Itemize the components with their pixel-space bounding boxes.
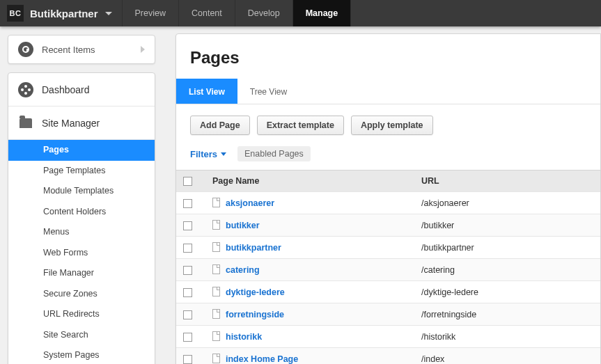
row-select-cell xyxy=(176,192,205,214)
document-icon xyxy=(212,309,220,319)
topbar: BC Butikkpartner PreviewContentDevelopMa… xyxy=(0,0,601,26)
bc-logo-icon: BC xyxy=(7,5,24,22)
row-select-cell xyxy=(176,303,205,326)
nav-site-manager-label: Site Manager xyxy=(42,118,100,129)
apply-template-button[interactable]: Apply template xyxy=(351,116,433,135)
row-url-cell: /index xyxy=(414,348,600,364)
row-checkbox[interactable] xyxy=(183,333,192,342)
page-link[interactable]: butikkpartner xyxy=(226,243,281,253)
table-row: aksjonaerer/aksjonaerer xyxy=(176,192,600,214)
row-checkbox[interactable] xyxy=(183,310,192,319)
select-all-checkbox[interactable] xyxy=(183,177,192,186)
sidebar-item-secure-zones[interactable]: Secure Zones xyxy=(8,284,155,305)
page-link[interactable]: historikk xyxy=(226,332,262,342)
row-url-cell: /butikker xyxy=(414,214,600,237)
brand-name: Butikkpartner xyxy=(30,8,98,19)
table-row: index Home Page/index xyxy=(176,348,600,364)
row-select-cell xyxy=(176,237,205,259)
table-row: historikk/historikk xyxy=(176,326,600,348)
row-select-cell xyxy=(176,348,205,364)
nav-site-manager[interactable]: Site Manager xyxy=(8,106,155,140)
row-url-cell: /forretningside xyxy=(414,303,600,326)
row-url-cell: /historikk xyxy=(414,326,600,348)
row-checkbox[interactable] xyxy=(183,266,192,275)
row-checkbox[interactable] xyxy=(183,221,192,230)
table-header-row: Page Name URL xyxy=(176,171,600,192)
nav-dashboard[interactable]: Dashboard xyxy=(8,73,155,106)
row-url-cell: /dyktige-ledere xyxy=(414,281,600,303)
row-name-cell: dyktige-ledere xyxy=(205,281,414,303)
row-checkbox[interactable] xyxy=(183,355,192,364)
tab-tree-view[interactable]: Tree View xyxy=(237,79,299,104)
chevron-right-icon xyxy=(141,46,145,53)
document-icon xyxy=(212,331,220,341)
row-select-cell xyxy=(176,214,205,237)
row-name-cell: forretningside xyxy=(205,303,414,326)
extract-template-button[interactable]: Extract template xyxy=(257,116,344,135)
page-link[interactable]: aksjonaerer xyxy=(226,198,274,208)
top-tab-develop[interactable]: Develop xyxy=(235,0,293,26)
row-select-cell xyxy=(176,281,205,303)
top-tab-content[interactable]: Content xyxy=(179,0,235,26)
row-select-cell xyxy=(176,326,205,348)
site-manager-subnav: PagesPage TemplatesModule TemplatesConte… xyxy=(8,140,155,364)
view-tabs: List View Tree View xyxy=(176,79,600,104)
row-url-cell: /butikkpartner xyxy=(414,237,600,259)
row-name-cell: historikk xyxy=(205,326,414,348)
recent-items-panel[interactable]: Recent Items xyxy=(8,35,155,64)
page-link[interactable]: butikker xyxy=(226,221,260,230)
brand-switcher[interactable]: BC Butikkpartner xyxy=(0,0,123,26)
top-tabs: PreviewContentDevelopManage xyxy=(123,0,352,26)
sidebar-item-module-templates[interactable]: Module Templates xyxy=(8,181,155,202)
col-select xyxy=(176,171,205,192)
dashboard-icon xyxy=(18,82,33,97)
col-page-name[interactable]: Page Name xyxy=(205,171,414,192)
main-card: Pages List View Tree View Add Page Extra… xyxy=(175,33,601,364)
clock-icon xyxy=(18,42,33,57)
add-page-button[interactable]: Add Page xyxy=(190,116,250,135)
page-link[interactable]: index Home Page xyxy=(226,354,298,364)
row-name-cell: butikker xyxy=(205,214,414,237)
document-icon xyxy=(212,198,220,207)
pages-table: Page Name URL aksjonaerer/aksjonaererbut… xyxy=(176,170,600,364)
table-row: dyktige-ledere/dyktige-ledere xyxy=(176,281,600,303)
document-icon xyxy=(212,354,220,363)
sidebar-item-system-pages[interactable]: System Pages xyxy=(8,345,155,364)
row-checkbox[interactable] xyxy=(183,199,192,208)
row-checkbox[interactable] xyxy=(183,288,192,297)
sidebar-item-web-forms[interactable]: Web Forms xyxy=(8,243,155,264)
top-tab-preview[interactable]: Preview xyxy=(123,0,179,26)
filters-dropdown[interactable]: Filters xyxy=(190,149,226,159)
row-url-cell: /catering xyxy=(414,259,600,281)
filter-chip[interactable]: Enabled Pages xyxy=(237,146,311,161)
row-name-cell: aksjonaerer xyxy=(205,192,414,214)
sidebar-item-pages[interactable]: Pages xyxy=(8,140,155,161)
tab-list-view[interactable]: List View xyxy=(176,79,237,104)
sidebar: Recent Items Dashboard Site Manager Page… xyxy=(0,26,163,364)
sidebar-item-menus[interactable]: Menus xyxy=(8,222,155,243)
table-row: catering/catering xyxy=(176,259,600,281)
document-icon xyxy=(212,264,220,274)
page-title: Pages xyxy=(176,34,600,79)
col-url[interactable]: URL xyxy=(414,171,600,192)
sidebar-item-site-search[interactable]: Site Search xyxy=(8,325,155,346)
sidebar-item-page-templates[interactable]: Page Templates xyxy=(8,161,155,182)
document-icon xyxy=(212,287,220,296)
page-link[interactable]: dyktige-ledere xyxy=(226,287,285,297)
page-link[interactable]: catering xyxy=(226,265,260,275)
caret-down-icon xyxy=(221,152,226,156)
nav-dashboard-label: Dashboard xyxy=(42,84,90,95)
row-checkbox[interactable] xyxy=(183,244,192,253)
toolbar: Add Page Extract template Apply template xyxy=(176,104,600,139)
sidebar-item-content-holders[interactable]: Content Holders xyxy=(8,202,155,223)
main: Pages List View Tree View Add Page Extra… xyxy=(163,26,601,364)
document-icon xyxy=(212,242,220,252)
top-tab-manage[interactable]: Manage xyxy=(293,0,352,26)
folder-icon xyxy=(19,118,32,128)
filters-label: Filters xyxy=(190,149,217,159)
page-link[interactable]: forretningside xyxy=(226,310,284,319)
row-name-cell: catering xyxy=(205,259,414,281)
table-row: butikkpartner/butikkpartner xyxy=(176,237,600,259)
sidebar-item-url-redirects[interactable]: URL Redirects xyxy=(8,304,155,325)
sidebar-item-file-manager[interactable]: File Manager xyxy=(8,263,155,284)
